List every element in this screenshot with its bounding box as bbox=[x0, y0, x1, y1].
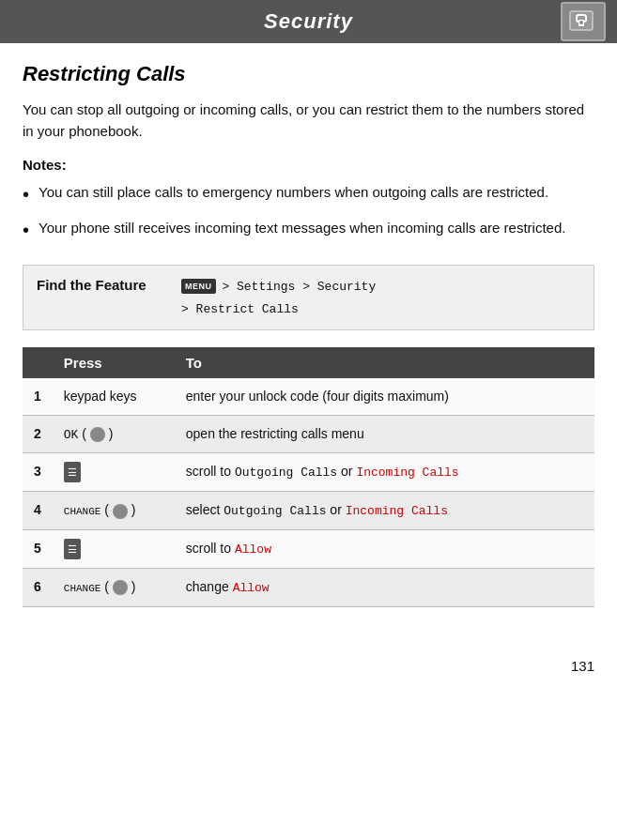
security-icon bbox=[561, 2, 606, 41]
ok-paren-close: ) bbox=[109, 426, 114, 441]
notes-list: • You can still place calls to emergency… bbox=[23, 182, 594, 242]
svg-point-3 bbox=[579, 21, 583, 24]
table-row: 2 OK ( ) open the restricting calls menu bbox=[23, 415, 594, 453]
page-heading: Restricting Calls bbox=[23, 62, 594, 86]
press-cell bbox=[53, 453, 175, 492]
feature-label: Find the Feature bbox=[37, 275, 168, 293]
press-cell: keypad keys bbox=[53, 378, 175, 416]
ok-paren: ( bbox=[82, 426, 86, 441]
notes-label: Notes: bbox=[23, 157, 594, 173]
change-label: CHANGE bbox=[64, 583, 101, 594]
to-cell: scroll to Allow bbox=[175, 529, 594, 568]
change-paren: ( bbox=[104, 579, 109, 594]
scroll-icon bbox=[64, 539, 81, 559]
press-to-table: Press To 1 keypad keys enter your unlock… bbox=[23, 347, 594, 607]
intro-text: You can stop all outgoing or incoming ca… bbox=[23, 99, 594, 142]
mono-text: Allow bbox=[235, 542, 271, 557]
feature-path: MENU > Settings > Security> Restrict Cal… bbox=[181, 275, 376, 320]
table-row: 3 scroll to Outgoing Calls or Incoming C… bbox=[23, 453, 594, 492]
change-paren: ( bbox=[104, 502, 109, 517]
mono-text: Outgoing Calls bbox=[224, 504, 326, 518]
to-cell: select Outgoing Calls or Incoming Calls bbox=[175, 492, 594, 530]
bullet-icon: • bbox=[23, 182, 29, 206]
menu-icon: MENU bbox=[181, 279, 216, 294]
step-number: 6 bbox=[23, 569, 53, 607]
col-header-to: To bbox=[175, 347, 594, 378]
change-paren-close: ) bbox=[131, 502, 136, 517]
to-cell: enter your unlock code (four digits maxi… bbox=[175, 378, 594, 416]
press-cell: CHANGE ( ) bbox=[53, 492, 175, 530]
col-header-step bbox=[23, 347, 53, 378]
note-text-2: Your phone still receives incoming text … bbox=[39, 218, 565, 239]
step-number: 3 bbox=[23, 453, 53, 492]
mono-text: Allow bbox=[233, 581, 270, 595]
step-number: 2 bbox=[23, 415, 53, 453]
page-header: Security bbox=[0, 0, 617, 43]
step-number: 4 bbox=[23, 492, 53, 530]
change-label: CHANGE bbox=[64, 506, 101, 517]
step-number: 5 bbox=[23, 529, 53, 568]
table-header-row: Press To bbox=[23, 347, 594, 378]
main-content: Restricting Calls You can stop all outgo… bbox=[0, 43, 617, 649]
mono-text-2: Incoming Calls bbox=[356, 466, 458, 480]
to-cell: change Allow bbox=[175, 569, 594, 607]
note-text-1: You can still place calls to emergency n… bbox=[39, 182, 548, 204]
to-cell: scroll to Outgoing Calls or Incoming Cal… bbox=[175, 453, 594, 492]
table-row: 6 CHANGE ( ) change Allow bbox=[23, 569, 594, 607]
to-cell: open the restricting calls menu bbox=[175, 415, 594, 453]
press-cell bbox=[53, 529, 175, 568]
list-item: • You can still place calls to emergency… bbox=[23, 182, 594, 206]
find-the-feature-box: Find the Feature MENU > Settings > Secur… bbox=[23, 265, 594, 330]
scroll-icon bbox=[64, 462, 81, 482]
press-cell: OK ( ) bbox=[53, 415, 175, 453]
table-row: 1 keypad keys enter your unlock code (fo… bbox=[23, 378, 594, 416]
table-row: 4 CHANGE ( ) select Outgoing Calls or In… bbox=[23, 492, 594, 530]
col-header-press: Press bbox=[53, 347, 175, 378]
press-cell: CHANGE ( ) bbox=[53, 569, 175, 607]
mono-text-2: Incoming Calls bbox=[346, 504, 448, 518]
table-row: 5 scroll to Allow bbox=[23, 529, 594, 568]
mono-text: Outgoing Calls bbox=[235, 466, 337, 480]
list-item: • Your phone still receives incoming tex… bbox=[23, 218, 594, 242]
ok-label: OK bbox=[64, 428, 79, 442]
header-title: Security bbox=[264, 9, 353, 34]
step-number: 1 bbox=[23, 378, 53, 416]
change-paren-close: ) bbox=[131, 579, 136, 594]
page-number: 131 bbox=[0, 649, 617, 683]
bullet-icon: • bbox=[23, 218, 29, 242]
